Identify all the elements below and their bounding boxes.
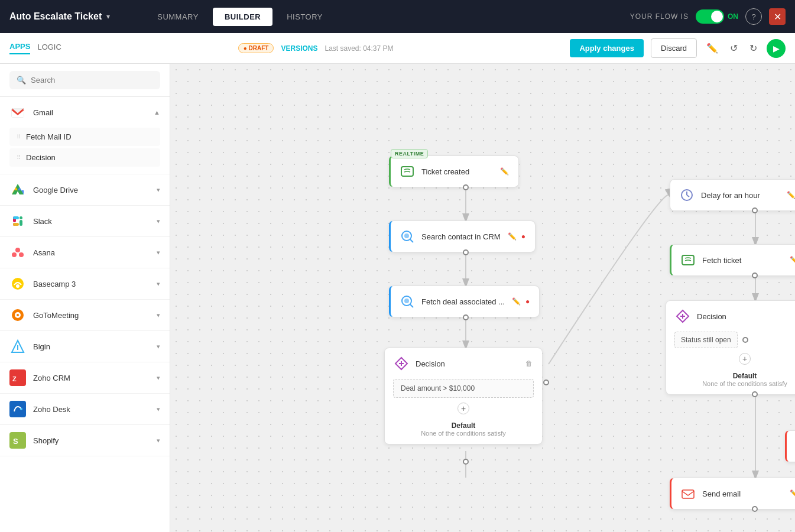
node-ticket-created[interactable]: REALTIME Ticket created ✏️ — [389, 155, 519, 187]
search-input[interactable] — [31, 76, 153, 85]
gmail-items: ⠿ Fetch Mail ID ⠿ Decision — [0, 128, 170, 174]
node-fetch-ticket[interactable]: Fetch ticket ✏️ ● — [670, 244, 795, 276]
gotomeeting-header[interactable]: GoToMeeting ▾ — [0, 300, 170, 330]
connector-dot — [463, 459, 469, 465]
node-decision1[interactable]: Decision 🗑 Deal amount > $10,000 + Defau… — [384, 348, 543, 445]
shopify-icon: S — [9, 432, 26, 449]
status-condition[interactable]: Status still open — [674, 332, 738, 348]
node-decision2[interactable]: Decision 🗑 Status still open + Default N… — [666, 300, 795, 395]
toggle-label: ON — [728, 12, 738, 21]
edit-node-button[interactable]: ✏️ — [511, 296, 522, 307]
edit-node-button[interactable]: ✏️ — [786, 190, 795, 200]
bigin-chevron: ▾ — [157, 343, 160, 351]
edit-node-button[interactable]: ✏️ — [499, 166, 510, 177]
basecamp-icon — [9, 275, 26, 292]
svg-point-13 — [16, 284, 20, 288]
edit-node-button[interactable]: ✏️ — [788, 255, 795, 265]
add-condition-button[interactable]: + — [457, 403, 469, 414]
delete-node-button[interactable]: 🗑 — [524, 358, 534, 369]
list-item[interactable]: ⠿ Decision — [9, 148, 160, 167]
zohocrm-icon: Z — [9, 369, 26, 386]
svg-point-11 — [19, 252, 24, 257]
default-sub: None of the conditions satisfy — [390, 430, 537, 437]
ticket2-icon — [680, 252, 696, 268]
delete-node-button[interactable]: ● — [520, 231, 527, 242]
gmail-header[interactable]: Gmail ▲ — [0, 97, 170, 128]
close-button[interactable]: ✕ — [769, 8, 786, 25]
app-group-bigin: Bigin ▾ — [0, 331, 170, 362]
title-chevron[interactable]: ▾ — [106, 12, 110, 21]
decision-header: Decision 🗑 — [385, 348, 542, 379]
condition-connector-dot — [742, 337, 748, 343]
slack-icon — [9, 213, 26, 229]
googledrive-header[interactable]: Google Drive ▾ — [0, 174, 170, 205]
list-item[interactable]: ⠿ Fetch Mail ID — [9, 128, 160, 146]
undo-button[interactable]: ↺ — [728, 40, 740, 56]
node-fetch-deal[interactable]: Fetch deal associated ... ✏️ ● — [389, 286, 540, 317]
bigin-name: Bigin — [33, 342, 150, 351]
connector-dot — [752, 506, 758, 512]
node-search-contact[interactable]: Search contact in CRM ✏️ ● — [389, 220, 536, 252]
edit-node-button[interactable]: ✏️ — [788, 488, 795, 499]
basecamp-header[interactable]: Basecamp 3 ▾ — [0, 268, 170, 299]
zohocrm-header[interactable]: Z Zoho CRM ▾ — [0, 362, 170, 393]
node-label: Send email — [702, 489, 783, 498]
zohocrm-name: Zoho CRM — [33, 374, 150, 382]
default-title: Default — [390, 421, 537, 430]
realtime-badge: REALTIME — [391, 149, 428, 158]
node-label: Fetch deal associated ... — [421, 297, 505, 306]
slack-chevron: ▾ — [157, 218, 160, 225]
condition-box[interactable]: Deal amount > $10,000 — [393, 379, 534, 398]
versions-link[interactable]: VERSIONS — [281, 44, 317, 53]
slack-name: Slack — [33, 217, 150, 226]
help-button[interactable]: ? — [745, 8, 762, 25]
flow-toggle[interactable] — [696, 9, 724, 24]
main-layout: 🔍 Gmail ▲ — [0, 64, 795, 532]
app-group-asana: Asana ▾ — [0, 237, 170, 268]
svg-rect-21 — [9, 401, 26, 417]
svg-text:S: S — [13, 437, 18, 446]
shopify-header[interactable]: S Shopify ▾ — [0, 425, 170, 456]
app-group-zohocrm: Z Zoho CRM ▾ — [0, 362, 170, 394]
gotomeeting-chevron: ▾ — [157, 312, 160, 319]
slack-header[interactable]: Slack ▾ — [0, 206, 170, 236]
shopify-chevron: ▾ — [157, 437, 160, 445]
node-send-email[interactable]: Send email ✏️ ● — [670, 478, 795, 510]
svg-point-9 — [15, 248, 20, 252]
node-label: Ticket created — [421, 167, 493, 176]
flow-toggle-wrap: ON — [696, 9, 738, 24]
redo-button[interactable]: ↻ — [747, 40, 760, 56]
app-group-basecamp: Basecamp 3 ▾ — [0, 268, 170, 300]
node-delay[interactable]: Delay for an hour ✏️ 🗑 — [670, 179, 795, 211]
gmail-name: Gmail — [33, 108, 147, 117]
discard-button[interactable]: Discard — [651, 38, 697, 58]
svg-point-16 — [17, 314, 19, 316]
tab-summary[interactable]: SUMMARY — [145, 8, 210, 26]
svg-rect-8 — [13, 223, 19, 226]
zohodesk-header[interactable]: Zoho Desk ▾ — [0, 394, 170, 424]
flow-label: YOUR FLOW IS — [630, 12, 689, 21]
node-actions: ✏️ — [499, 166, 510, 177]
bigin-header[interactable]: Bigin ▾ — [0, 331, 170, 362]
tab-builder[interactable]: BUILDER — [213, 8, 272, 26]
last-saved: Last saved: 04:37 PM — [325, 44, 393, 53]
connector-dot — [752, 273, 758, 278]
decision-icon — [393, 355, 410, 372]
gotomeeting-name: GoToMeeting — [33, 311, 150, 320]
asana-header[interactable]: Asana ▾ — [0, 237, 170, 268]
node-send-slack[interactable]: Send public channel m... ✏️ ● — [785, 430, 795, 462]
run-button[interactable]: ▶ — [767, 39, 786, 58]
tab-logic[interactable]: LOGIC — [37, 43, 61, 54]
top-nav-right: YOUR FLOW IS ON ? ✕ — [630, 8, 786, 25]
apply-changes-button[interactable]: Apply changes — [570, 39, 643, 57]
svg-line-38 — [410, 304, 413, 307]
tab-history[interactable]: HISTORY — [275, 8, 335, 26]
tab-apps[interactable]: APPS — [9, 42, 30, 54]
connector-dot — [463, 314, 469, 320]
delete-node-button[interactable]: ● — [524, 296, 531, 307]
edit-node-button[interactable]: ✏️ — [507, 231, 518, 242]
add-condition2-button[interactable]: + — [739, 353, 751, 365]
edit-icon-button[interactable]: ✏️ — [704, 40, 721, 56]
gmail-icon — [9, 104, 26, 121]
app-title: Auto Escalate Ticket — [9, 11, 102, 22]
